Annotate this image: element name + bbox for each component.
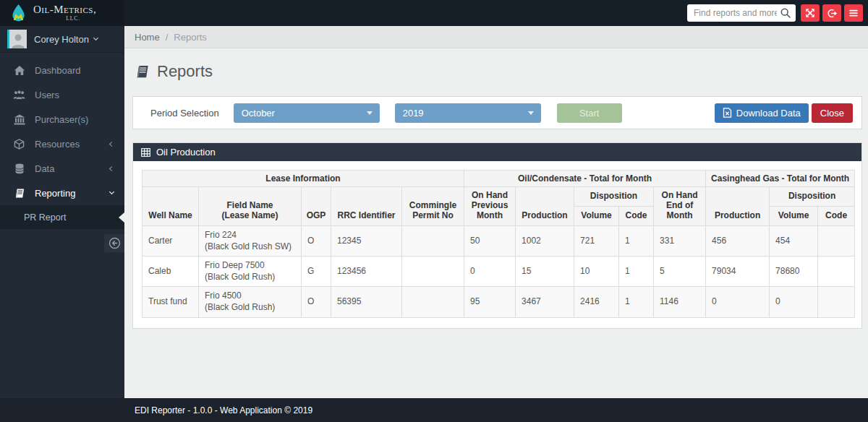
- start-button[interactable]: Start: [557, 103, 622, 123]
- oil-production-panel-body: Lease Information Oil/Condensate - Total…: [133, 161, 861, 328]
- download-data-label: Download Data: [736, 108, 801, 119]
- cell-well: Trust fund: [142, 287, 199, 317]
- sidebar-item-pr-report[interactable]: PR Report: [0, 205, 124, 229]
- column-header-field-name: Field Name (Lease Name): [199, 187, 302, 226]
- user-menu[interactable]: Corey Holton: [0, 26, 124, 53]
- cell-on_hand_end: 331: [654, 226, 706, 257]
- breadcrumb-separator: /: [166, 32, 169, 43]
- cell-oil_code: 1: [619, 226, 654, 257]
- database-icon: [13, 163, 25, 174]
- cell-gas_prod: 456: [706, 226, 770, 257]
- sign-out-icon: [827, 8, 838, 19]
- table-header: Lease Information Oil/Condensate - Total…: [142, 171, 855, 226]
- field-name-line1: Field Name: [203, 200, 297, 210]
- users-icon: [13, 90, 25, 100]
- column-header-commingle-permit-no: Commingle Permit No: [402, 187, 464, 226]
- fullscreen-button[interactable]: [801, 4, 820, 22]
- oil-production-panel: Oil Production Lease Information Oil/C: [132, 142, 862, 329]
- oil-production-table-body: CarterFrio 224(Black Gold Rush SW)O12345…: [142, 226, 855, 318]
- close-button[interactable]: Close: [812, 103, 853, 123]
- active-item-wedge: [119, 212, 124, 223]
- logout-button[interactable]: [822, 4, 841, 22]
- sidebar-item-label: Reporting: [35, 188, 110, 199]
- submenu-item-label: PR Report: [24, 212, 66, 223]
- sidebar-item-purchasers[interactable]: Purchaser(s): [0, 107, 124, 132]
- footer: EDI Reporter - 1.0.0 - Web Application ©…: [0, 398, 868, 422]
- sidebar-collapse-button[interactable]: [104, 234, 124, 252]
- cell-gas_code: [818, 226, 855, 257]
- month-select[interactable]: October: [234, 103, 380, 123]
- cell-gas_prod: 79034: [706, 257, 770, 287]
- column-header-ogp: OGP: [302, 187, 331, 226]
- cell-well: Carter: [142, 226, 199, 257]
- column-header-gas-volume: Volume: [770, 207, 818, 226]
- sidebar-item-data[interactable]: Data: [0, 156, 124, 181]
- cell-oil_prod: 15: [516, 257, 574, 287]
- cell-oil_prod: 3467: [516, 287, 574, 317]
- menu-button[interactable]: [844, 4, 863, 22]
- search-icon: [780, 7, 791, 22]
- chevron-down-icon: [93, 35, 98, 40]
- book-icon: [13, 188, 25, 199]
- cell-commingle: [402, 257, 464, 287]
- table-row: CarterFrio 224(Black Gold Rush SW)O12345…: [142, 226, 855, 257]
- period-selection-panel: Period Selection October 2019 Start Down…: [132, 96, 862, 129]
- sidebar-item-label: Data: [35, 163, 110, 174]
- cell-commingle: [402, 226, 464, 257]
- sidebar-item-reporting[interactable]: Reporting: [0, 181, 124, 205]
- table-row: Trust fundFrio 4500(Black Gold Rush)O563…: [142, 287, 855, 317]
- brand-name: Oil-Metrics,: [33, 4, 96, 15]
- cell-well: Caleb: [142, 257, 199, 287]
- excel-file-icon: [723, 108, 732, 118]
- sidebar-item-label: Dashboard: [35, 65, 114, 76]
- cell-field: Frio 224(Black Gold Rush SW): [199, 226, 302, 257]
- sidebar-item-users[interactable]: Users: [0, 82, 124, 107]
- cell-oil_code: 1: [619, 257, 654, 287]
- cell-gas_prod: 0: [706, 287, 770, 317]
- column-header-gas-code: Code: [818, 207, 855, 226]
- cell-field: Frio 4500(Black Gold Rush): [199, 287, 302, 317]
- cell-oil_vol: 721: [574, 226, 619, 257]
- breadcrumb: Home / Reports: [124, 26, 868, 48]
- column-header-gas-disposition: Disposition: [770, 187, 855, 207]
- page-title-text: Reports: [157, 62, 213, 81]
- breadcrumb-home-link[interactable]: Home: [135, 32, 160, 43]
- hamburger-menu-icon: [848, 8, 859, 18]
- caret-down-icon: [528, 111, 534, 115]
- cell-ogp: O: [302, 226, 331, 257]
- cell-commingle: [402, 287, 464, 317]
- table-grid-icon: [141, 148, 150, 157]
- top-bar-right: [124, 0, 868, 26]
- avatar: [7, 30, 27, 48]
- download-data-button[interactable]: Download Data: [715, 103, 809, 123]
- oil-production-table: Lease Information Oil/Condensate - Total…: [142, 170, 855, 318]
- sidebar-item-label: Purchaser(s): [35, 114, 114, 125]
- sidebar-item-resources[interactable]: Resources: [0, 132, 124, 156]
- book-icon: [135, 64, 150, 79]
- brand[interactable]: Oil-Metrics, LLC.: [0, 0, 124, 26]
- home-icon: [13, 65, 25, 76]
- cell-gas_code: [818, 287, 855, 317]
- column-header-rrc-identifier: RRC Identifier: [331, 187, 402, 226]
- page-title: Reports: [135, 62, 862, 81]
- cell-ogp: O: [302, 287, 331, 317]
- cell-on_hand_prev: 50: [464, 226, 516, 257]
- sidebar-item-label: Users: [35, 90, 114, 100]
- brand-text: Oil-Metrics, LLC.: [33, 4, 96, 22]
- column-header-well-name: Well Name: [142, 187, 199, 226]
- oil-metrics-logo-icon: [10, 4, 27, 22]
- brand-suffix: LLC.: [33, 16, 96, 22]
- cell-ogp: G: [302, 257, 331, 287]
- cell-gas_vol: 454: [770, 226, 818, 257]
- cell-oil_prod: 1002: [516, 226, 574, 257]
- sidebar-item-dashboard[interactable]: Dashboard: [0, 58, 124, 82]
- cell-on_hand_prev: 0: [464, 257, 516, 287]
- cell-rrc: 56395: [331, 287, 402, 317]
- cell-oil_vol: 10: [574, 257, 619, 287]
- oil-production-panel-header: Oil Production: [133, 143, 861, 161]
- group-header-lease-information: Lease Information: [142, 171, 464, 187]
- chevron-down-icon: [109, 189, 114, 194]
- content-area: Reports Period Selection October 2019 St…: [124, 48, 868, 329]
- column-header-on-hand-previous-month: On Hand Previous Month: [464, 187, 516, 226]
- year-select[interactable]: 2019: [395, 103, 541, 123]
